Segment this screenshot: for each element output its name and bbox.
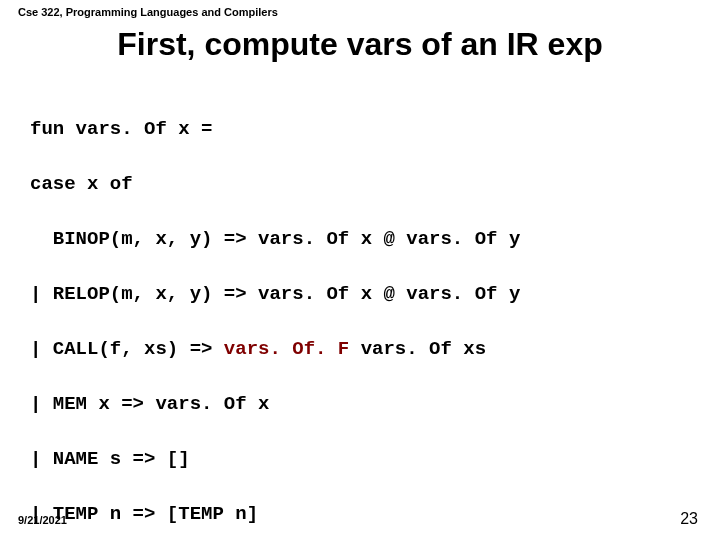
code-line: | NAME s => [] <box>30 446 702 474</box>
code-block: fun vars. Of x = case x of BINOP(m, x, y… <box>30 88 702 540</box>
code-line: fun vars. Of x = <box>30 116 702 144</box>
code-line: case x of <box>30 171 702 199</box>
code-line: | CALL(f, xs) => vars. Of. F vars. Of xs <box>30 336 702 364</box>
code-keyword: vars. Of. F <box>224 338 349 360</box>
slide-title: First, compute vars of an IR exp <box>0 26 720 63</box>
code-line: | RELOP(m, x, y) => vars. Of x @ vars. O… <box>30 281 702 309</box>
code-line: | MEM x => vars. Of x <box>30 391 702 419</box>
code-text: | CALL(f, xs) => <box>30 338 224 360</box>
code-line: | TEMP n => [TEMP n] <box>30 501 702 529</box>
slide: Cse 322, Programming Languages and Compi… <box>0 0 720 540</box>
course-label: Cse 322, Programming Languages and Compi… <box>18 6 278 18</box>
footer-page-number: 23 <box>680 510 698 528</box>
code-line: BINOP(m, x, y) => vars. Of x @ vars. Of … <box>30 226 702 254</box>
code-text: vars. Of xs <box>349 338 486 360</box>
footer-date: 9/21/2021 <box>18 514 67 526</box>
